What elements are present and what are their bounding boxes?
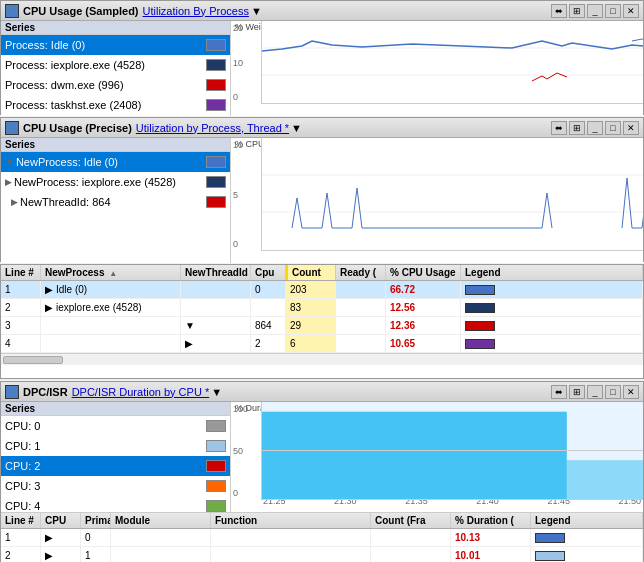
top-panel-controls: ⬌ ⊞ _ □ ✕ [551,4,639,18]
mid-chart-area[interactable]: % CPU Usage using resource time as [Swit… [231,138,643,263]
cpu3-label: CPU: 3 [5,480,40,492]
top-y-20: 20 [233,23,259,33]
top-chart-area[interactable]: % Weight using resource time as [TimeSta… [231,21,643,116]
bottom-series-cpu2[interactable]: CPU: 2 [1,456,230,476]
top-panel-header: CPU Usage (Sampled) Utilization By Proce… [1,1,643,21]
td-line-4: 4 [1,335,41,352]
bottom-series-cpu0[interactable]: CPU: 0 [1,416,230,436]
top-panel-grid-btn[interactable]: ⊞ [569,4,585,18]
th-ready[interactable]: Ready ( [336,265,386,280]
th-cpu-usage[interactable]: % CPU Usage Primary [386,265,461,280]
bottom-row-1[interactable]: 1 ▶ 0 10.13 [1,529,643,547]
bth-module[interactable]: Module [111,513,211,528]
table-row-4[interactable]: 4 ▶ 2 6 10.65 [1,335,643,353]
mid-panel-min-btn[interactable]: _ [587,121,603,135]
bottom-table: Line # CPU Primary Primary Module Functi… [1,512,643,562]
cpu0-color [206,420,226,432]
bottom-panel-close-btn[interactable]: ✕ [623,385,639,399]
td-cpuusage-2: 12.56 [386,299,461,316]
top-panel-body: Series Process: Idle (0) Process: iexplo… [1,21,643,116]
mid-series-panel: Series ▼ NewProcess: Idle (0) ▶ NewProce… [1,138,231,263]
main-table-hscroll[interactable] [1,353,643,365]
bottom-series-cpu1[interactable]: CPU: 1 [1,436,230,456]
series-idle-color [206,39,226,51]
btd-cpu-1[interactable]: ▶ [41,529,81,546]
td-threadid-1 [181,281,251,298]
table-row-1[interactable]: 1 ▶Idle (0) 0 203 66.72 [1,281,643,299]
bottom-series-cpu3[interactable]: CPU: 3 [1,476,230,496]
top-panel-scroll-btn[interactable]: ⬌ [551,4,567,18]
expand-1[interactable]: ▶ [45,284,53,295]
table-row-2[interactable]: 2 ▶iexplore.exe (4528) 83 12.56 [1,299,643,317]
btd-cpu-2[interactable]: ▶ [41,547,81,562]
bottom-chart-plot[interactable] [261,402,643,500]
mid-chart-plot[interactable] [261,138,643,251]
series-item-iexplore[interactable]: Process: iexplore.exe (4528) [1,55,230,75]
mid-panel-max-btn[interactable]: □ [605,121,621,135]
mid-panel-scroll-btn[interactable]: ⬌ [551,121,567,135]
bottom-panel-dropdown-arrow[interactable]: ▼ [211,386,222,398]
th-count[interactable]: Count [286,265,336,280]
expand-2[interactable]: ▶ [45,302,53,313]
bottom-y-50: 50 [233,446,259,456]
top-panel-dropdown-arrow[interactable]: ▼ [251,5,262,17]
mid-series-idle[interactable]: ▼ NewProcess: Idle (0) [1,152,230,172]
top-chart-plot[interactable] [261,21,643,104]
mid-chart-svg [262,138,643,250]
th-newthreadid[interactable]: NewThreadId [181,265,251,280]
td-cpuusage-4: 10.65 [386,335,461,352]
td-cpu-4: 2 [251,335,286,352]
bth-function[interactable]: Function [211,513,371,528]
bottom-chart-area[interactable]: % Duration (Fragmented) using resource t… [231,402,643,512]
series-item-taskhst[interactable]: Process: taskhst.exe (2408) [1,95,230,115]
mid-panel-dropdown-arrow[interactable]: ▼ [291,122,302,134]
td-ready-1 [336,281,386,298]
td-line-1: 1 [1,281,41,298]
table-row-3[interactable]: 3 ▼ 864 29 12.36 [1,317,643,335]
td-cpuusage-3: 12.36 [386,317,461,334]
bth-duration[interactable]: % Duration ( [451,513,531,528]
top-panel-min-btn[interactable]: _ [587,4,603,18]
bth-cpu[interactable]: CPU [41,513,81,528]
cpu0-label: CPU: 0 [5,420,40,432]
mid-series-iexplore[interactable]: ▶ NewProcess: iexplore.exe (4528) [1,172,230,192]
bottom-panel-max-btn[interactable]: □ [605,385,621,399]
mid-series-label: Series [1,138,230,152]
bottom-panel-scroll-btn[interactable]: ⬌ [551,385,567,399]
btd-primary-1: 0 [81,529,111,546]
series-iexplore-label: Process: iexplore.exe (4528) [5,59,145,71]
bottom-panel-min-btn[interactable]: _ [587,385,603,399]
top-panel-close-btn[interactable]: ✕ [623,4,639,18]
bth-primary[interactable]: Primary Primary [81,513,111,528]
top-panel-max-btn[interactable]: □ [605,4,621,18]
td-line-3: 3 [1,317,41,334]
td-line-2: 2 [1,299,41,316]
bth-count[interactable]: Count (Fra [371,513,451,528]
mid-series-thread-color [206,196,226,208]
bottom-panel-controls: ⬌ ⊞ _ □ ✕ [551,385,639,399]
cpu3-color [206,480,226,492]
td-count-1: 203 [286,281,336,298]
cpu2-color [206,460,226,472]
series-taskhst-label: Process: taskhst.exe (2408) [5,99,141,111]
idle-expand-arrow: ▼ [5,157,14,167]
bottom-panel-link[interactable]: DPC/ISR Duration by CPU * [72,386,210,398]
series-item-idle[interactable]: Process: Idle (0) [1,35,230,55]
mid-series-thread[interactable]: ▶ NewThreadId: 864 [1,192,230,212]
td-cpuusage-1: 66.72 [386,281,461,298]
top-panel-link[interactable]: Utilization By Process [143,5,249,17]
mid-panel-grid-btn[interactable]: ⊞ [569,121,585,135]
td-process-1: ▶Idle (0) [41,281,181,298]
mid-panel-close-btn[interactable]: ✕ [623,121,639,135]
mid-panel-link[interactable]: Utilization by Process, Thread * [136,122,289,134]
th-newprocess[interactable]: NewProcess ▲ [41,265,181,280]
bottom-y-axis: 100 50 0 [231,402,261,500]
mid-panel-header: CPU Usage (Precise) Utilization by Proce… [1,118,643,138]
bottom-panel-grid-btn[interactable]: ⊞ [569,385,585,399]
bottom-row-2[interactable]: 2 ▶ 1 10.01 [1,547,643,562]
series-item-dwm[interactable]: Process: dwm.exe (996) [1,75,230,95]
th-cpu[interactable]: Cpu [251,265,286,280]
hscroll-thumb[interactable] [3,356,63,364]
btd-duration-2: 10.01 [451,547,531,562]
td-threadid-2 [181,299,251,316]
